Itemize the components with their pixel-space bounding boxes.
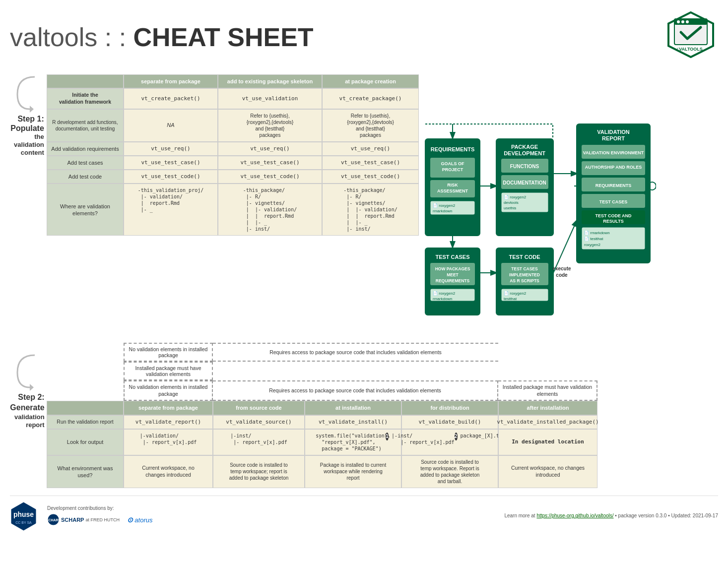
svg-text:✓: ✓ bbox=[675, 47, 679, 52]
step1-cell-rdev-2: Refer to {usethis},{roxygen2},{devtools}… bbox=[218, 109, 322, 142]
step2-cell-output-1: |-validation/ |- report_v[x].pdf bbox=[124, 429, 213, 455]
svg-text:FUNCTIONS: FUNCTIONS bbox=[510, 164, 539, 169]
step1-row-addreq: Add validation requirements vt_use_req()… bbox=[47, 142, 419, 156]
step2-table-area: No validation elements in installed pack… bbox=[47, 343, 718, 488]
svg-marker-77 bbox=[30, 384, 34, 391]
step1-row-testcode: Add test code vt_use_test_code() vt_use_… bbox=[47, 170, 419, 184]
svg-text:VALTOOLS: VALTOOLS bbox=[679, 47, 703, 52]
svg-point-5 bbox=[686, 20, 689, 23]
svg-text:📄 testthat: 📄 testthat bbox=[584, 236, 603, 241]
svg-text:📄 rmarkdown: 📄 rmarkdown bbox=[584, 230, 610, 235]
note-no-validation: No validation elements in installed pack… bbox=[124, 380, 213, 401]
step1-label-rdev: R development add functions, documentati… bbox=[47, 109, 124, 142]
step1-label-addreq: Add validation requirements bbox=[47, 142, 124, 156]
footer-url[interactable]: https://phuse-org.github.io/valtools/ bbox=[536, 513, 613, 518]
atorus-logo: ⊙ atorus bbox=[127, 516, 152, 524]
svg-text:usethis: usethis bbox=[504, 206, 516, 210]
svg-text:TEST CODE AND: TEST CODE AND bbox=[595, 213, 632, 218]
step2-arrow-icon bbox=[15, 353, 40, 392]
svg-text:ASSESSMENT: ASSESSMENT bbox=[437, 188, 468, 193]
step2-cell-output-4: 1 |-inst/ |- report_v[x].pdf 2 package_[… bbox=[401, 429, 498, 455]
svg-text:devtools: devtools bbox=[504, 200, 519, 205]
scharp-logo: SCHARP SCHARP at FRED HUTCH bbox=[47, 513, 120, 526]
step2-cell-run-4: vt_validate_build() bbox=[401, 415, 498, 429]
step1-label-testcases: Add test cases bbox=[47, 156, 124, 170]
svg-text:PACKAGE: PACKAGE bbox=[511, 144, 538, 150]
step2-section: Step 2: Generate validation report No va… bbox=[10, 343, 718, 488]
svg-text:HOW PACKAGES: HOW PACKAGES bbox=[435, 266, 470, 271]
step2-cell-run-3: vt_validate_install() bbox=[305, 415, 401, 429]
step2-row-run: Run the validation report vt_validate_re… bbox=[47, 415, 718, 429]
step2-cell-output-5: In designated location bbox=[498, 429, 597, 455]
svg-text:AUTHORSHIP AND ROLES: AUTHORSHIP AND ROLES bbox=[585, 165, 642, 170]
svg-text:MEET: MEET bbox=[447, 272, 459, 277]
svg-text:rmarkdown: rmarkdown bbox=[433, 209, 453, 213]
page-header: valtools : : CHEAT SHEET VALTOOLS ✓ bbox=[10, 10, 718, 64]
step2-notes-proper: No validation elements in installed pack… bbox=[47, 380, 718, 401]
svg-text:REQUIREMENTS: REQUIREMENTS bbox=[436, 278, 470, 283]
dev-contrib-label: Development contributions by: bbox=[47, 505, 152, 511]
step1-cell-addreq-1: vt_use_req() bbox=[124, 142, 218, 156]
step1-cell-rdev-1: NA bbox=[124, 109, 218, 142]
svg-text:PROJECT: PROJECT bbox=[442, 167, 463, 172]
step1-header-row: separate from package add to existing pa… bbox=[47, 74, 419, 88]
step2-note-right: Installed package must have validation e… bbox=[124, 362, 213, 380]
svg-text:testthat: testthat bbox=[504, 297, 517, 301]
workflow-diagram: REQUIREMENTS GOALS OF PROJECT RISK ASSES… bbox=[423, 74, 656, 337]
step2-cell-run-2: vt_validate_source() bbox=[213, 415, 305, 429]
svg-text:REPORT: REPORT bbox=[602, 135, 625, 141]
phuse-hex-icon: phuse CC BY SA bbox=[10, 501, 37, 531]
svg-text:DEVELOPMENT: DEVELOPMENT bbox=[504, 150, 545, 156]
svg-text:phuse: phuse bbox=[13, 510, 34, 518]
step1-label-initiate: Initiate thevalidation framework bbox=[47, 88, 124, 109]
step2-label-env: What environment was used? bbox=[47, 455, 124, 488]
svg-text:TEST CASES: TEST CASES bbox=[599, 199, 628, 204]
step2-header: separate from package from source code a… bbox=[47, 401, 718, 415]
step1-cell-testcases-1: vt_use_test_case() bbox=[124, 156, 218, 170]
step1-row-initiate: Initiate thevalidation framework vt_crea… bbox=[47, 88, 419, 109]
step1-row-where: Where are validation elements? -this_val… bbox=[47, 184, 419, 236]
valtools-logo: VALTOOLS ✓ bbox=[663, 10, 718, 64]
step2-cell-env-1: Current workspace, nochanges introduced bbox=[124, 455, 213, 488]
svg-text:📄 roxygen2: 📄 roxygen2 bbox=[433, 291, 456, 296]
step2-col5: after installation bbox=[498, 401, 597, 415]
step2-note-middle: Requires access to package source code t… bbox=[213, 343, 498, 362]
svg-text:RISK: RISK bbox=[447, 183, 458, 187]
svg-text:📄 roxygen2: 📄 roxygen2 bbox=[504, 194, 527, 199]
step2-note-left: No validation elements in installed pack… bbox=[124, 343, 213, 362]
page-footer: phuse CC BY SA Development contributions… bbox=[10, 496, 718, 531]
note-requires-access: Requires access to package source code t… bbox=[213, 380, 498, 401]
svg-text:DOCUMENTATION: DOCUMENTATION bbox=[503, 180, 546, 186]
step1-section: Step 1: Populate the validation content … bbox=[10, 74, 419, 339]
svg-text:TEST CASES: TEST CASES bbox=[435, 254, 469, 260]
step2-note-empty bbox=[47, 343, 124, 362]
step2-col3: at installation bbox=[305, 401, 401, 415]
step1-table: separate from package add to existing pa… bbox=[47, 74, 419, 236]
svg-text:REQUIREMENTS: REQUIREMENTS bbox=[431, 146, 475, 152]
step1-label-where: Where are validation elements? bbox=[47, 184, 124, 236]
svg-line-75 bbox=[553, 221, 577, 273]
footer-info: Learn more at https://phuse-org.github.i… bbox=[504, 513, 718, 518]
step1-cell-testcode-1: vt_use_test_code() bbox=[124, 170, 218, 184]
step2-label-run: Run the validation report bbox=[47, 415, 124, 429]
step2-row-env: What environment was used? Current works… bbox=[47, 455, 718, 488]
svg-text:VALIDATION: VALIDATION bbox=[597, 129, 630, 135]
step1-col1-header: separate from package bbox=[124, 74, 218, 88]
step1-cell-addreq-3: vt_use_req() bbox=[322, 142, 419, 156]
dev-contrib-group: Development contributions by: SCHARP SCH… bbox=[47, 505, 152, 526]
svg-text:AS R SCRIPTS: AS R SCRIPTS bbox=[510, 278, 539, 283]
step2-table: separate from package from source code a… bbox=[47, 401, 718, 488]
page-title: valtools : : CHEAT SHEET bbox=[10, 22, 314, 52]
step1-cell-testcases-3: vt_use_test_case() bbox=[322, 156, 419, 170]
svg-marker-8 bbox=[30, 106, 34, 113]
svg-text:rmarkdown: rmarkdown bbox=[433, 297, 453, 301]
step1-cell-testcode-3: vt_use_test_code() bbox=[322, 170, 419, 184]
svg-text:REQUIREMENTS: REQUIREMENTS bbox=[596, 183, 632, 188]
svg-text:TEST CODE: TEST CODE bbox=[509, 254, 540, 260]
step1-label-testcode: Add test code bbox=[47, 170, 124, 184]
step2-cell-env-5: Current workspace, no changesintroduced bbox=[498, 455, 597, 488]
step2-cell-output-2: |-inst/ |- report_v[x].pdf bbox=[213, 429, 305, 455]
step1-col2-header: add to existing package skeleton bbox=[218, 74, 322, 88]
step1-cell-initiate-2: vt_use_validation bbox=[218, 88, 322, 109]
step1-label: Step 1: Populate the validation content bbox=[10, 74, 45, 156]
